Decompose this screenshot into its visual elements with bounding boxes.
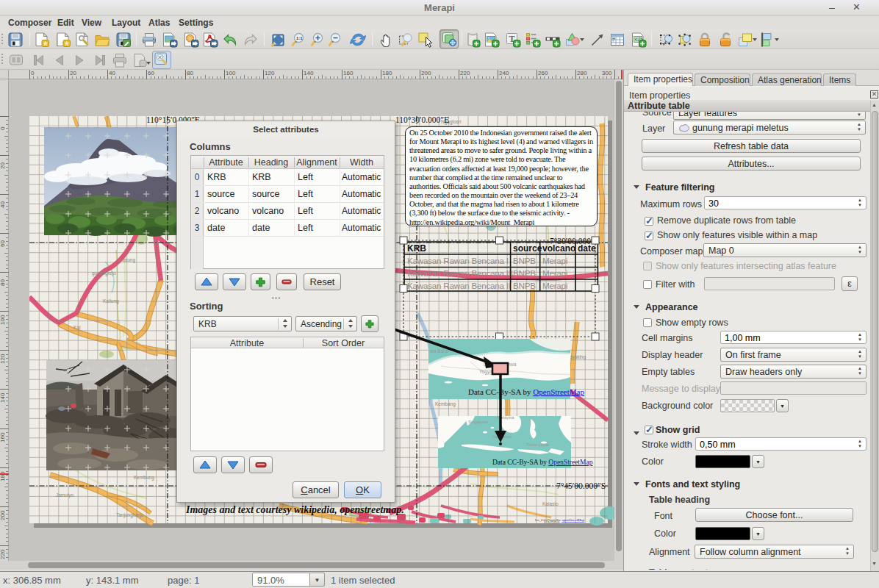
svg-text:110°30′0.000″E: 110°30′0.000″E — [395, 116, 449, 124]
svg-text:Tanjungharjo: Tanjungharjo — [116, 512, 144, 518]
svg-text:Kawasan Rawan Bencana I: Kawasan Rawan Bencana I — [407, 256, 509, 265]
svg-text:Kawasan Rawan Bencana II: Kawasan Rawan Bencana II — [407, 281, 511, 290]
svg-text:Kembung: Kembung — [134, 475, 154, 481]
svg-text:KRB: KRB — [407, 243, 426, 254]
svg-text:BNPB: BNPB — [513, 256, 536, 265]
svg-text:BNPB: BNPB — [513, 281, 536, 290]
svg-text:Kaliung: Kaliung — [103, 298, 119, 304]
svg-text:Images and text courtesy wikip: Images and text courtesy wikipedia, open… — [185, 504, 404, 515]
svg-text:Kalasto: Kalasto — [542, 501, 559, 506]
svg-text:Singapore: Singapore — [468, 420, 489, 424]
svg-text:Lo_CC-Plan5.8w openStreetMap: Lo_CC-Plan5.8w openStreetMap — [535, 518, 584, 522]
svg-text:7°45′00.000″S: 7°45′00.000″S — [556, 481, 606, 490]
svg-text:BNPB: BNPB — [513, 268, 536, 278]
svg-text:Timor Leste: Timor Leste — [526, 442, 550, 447]
svg-text:Merapi: Merapi — [542, 281, 567, 290]
svg-text:Merapi: Merapi — [542, 268, 567, 278]
svg-text:Merapi: Merapi — [542, 256, 567, 265]
svg-text:wa Barat: wa Barat — [429, 348, 449, 354]
svg-text:Data CC-By-SA by OpenStreetMap: Data CC-By-SA by OpenStreetMap — [492, 459, 593, 466]
svg-text:Data CC-By-SA by OpenStreetMap: Data CC-By-SA by OpenStreetMap — [468, 387, 584, 396]
svg-text:Kembang: Kembang — [435, 401, 456, 407]
svg-text:Kawasan Rawan Bencana III: Kawasan Rawan Bencana III — [407, 268, 513, 278]
svg-text:gunungrejo: gunungrejo — [92, 270, 116, 276]
svg-text:source: source — [513, 243, 542, 254]
svg-text:volcano: volcano — [542, 243, 575, 254]
svg-text:1:1: 1:1 — [296, 36, 303, 40]
svg-text:Jamulyo: Jamulyo — [56, 492, 74, 498]
svg-text:date: date — [578, 243, 596, 254]
svg-text:Kal: Kal — [73, 325, 81, 330]
svg-text:Basung: Basung — [119, 257, 135, 263]
